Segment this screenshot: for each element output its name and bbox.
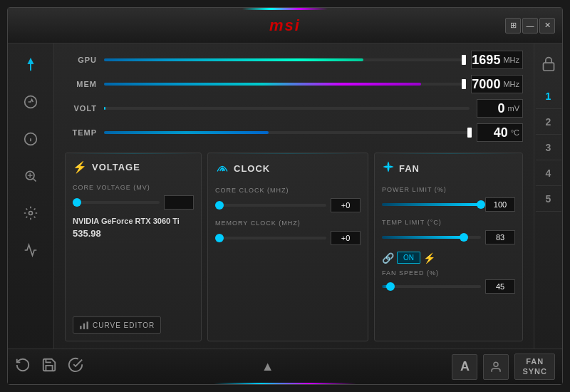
user-profile-button[interactable] bbox=[483, 354, 509, 380]
lock-button[interactable] bbox=[536, 51, 561, 76]
fan-on-toggle[interactable]: ON bbox=[397, 252, 420, 264]
close-btn[interactable]: ✕ bbox=[539, 18, 555, 33]
memory-clock-label: MEMORY CLOCK (MHZ) bbox=[215, 220, 361, 227]
volt-slider-track bbox=[104, 107, 470, 110]
center-content: GPU 1695 MHz MEM bbox=[54, 43, 534, 349]
gpu-name: NVIDIA GeForce RTX 3060 Ti bbox=[73, 217, 194, 225]
fan-lightning-icon[interactable]: ⚡ bbox=[423, 252, 435, 264]
clock-icon bbox=[215, 160, 229, 177]
volt-slider-fill bbox=[104, 107, 105, 110]
sidebar-icon-overclock[interactable] bbox=[16, 51, 45, 79]
app-logo: msi bbox=[269, 16, 301, 35]
bottom-actions: A FAN SYNC bbox=[452, 354, 555, 379]
volt-label: VOLT bbox=[65, 104, 97, 113]
sidebar-icon-search[interactable] bbox=[16, 162, 45, 190]
core-voltage-thumb[interactable] bbox=[73, 198, 81, 207]
gpu-unit: MHz bbox=[503, 56, 519, 64]
save-icon[interactable] bbox=[41, 357, 57, 376]
svg-rect-12 bbox=[543, 63, 554, 71]
mem-label: MEM bbox=[65, 80, 97, 88]
memory-clock-thumb[interactable] bbox=[215, 234, 224, 242]
mem-slider-track bbox=[104, 83, 464, 86]
volt-value-box: 0 mV bbox=[477, 99, 523, 118]
clock-panel: CLOCK CORE CLOCK (MHZ) +0 MEMORY CLOCK (… bbox=[207, 153, 368, 341]
gpu-slider-track bbox=[104, 58, 464, 61]
curve-editor-label: CURVE EDITOR bbox=[93, 321, 155, 329]
curve-editor-button[interactable]: CURVE EDITOR bbox=[73, 316, 161, 334]
core-voltage-track[interactable] bbox=[73, 201, 160, 204]
main-content: GPU 1695 MHz MEM bbox=[8, 43, 562, 349]
profile-5-btn[interactable]: 5 bbox=[536, 186, 561, 212]
power-limit-label: POWER LIMIT (%) bbox=[382, 186, 515, 193]
voltage-icon: ⚡ bbox=[73, 160, 88, 174]
title-bar: msi ⊞ — ✕ bbox=[8, 8, 562, 43]
svg-point-13 bbox=[494, 362, 498, 366]
fan-speed-value: 45 bbox=[485, 279, 515, 294]
gpu-value: 1695 bbox=[472, 53, 500, 68]
mem-slider-fill bbox=[104, 83, 421, 86]
window-controls: ⊞ — ✕ bbox=[505, 18, 555, 33]
gpu-slider-row: GPU 1695 MHz bbox=[65, 51, 523, 69]
fan-speed-thumb[interactable] bbox=[386, 282, 395, 291]
svg-point-5 bbox=[29, 212, 33, 215]
right-sidebar: 1 2 3 4 5 bbox=[534, 43, 562, 349]
minimize-btn[interactable]: — bbox=[522, 18, 538, 33]
fan-panel-title: FAN bbox=[382, 160, 515, 176]
link-icon[interactable]: 🔗 bbox=[382, 252, 394, 264]
svg-point-11 bbox=[388, 166, 390, 168]
profile-4-btn[interactable]: 4 bbox=[536, 160, 561, 186]
core-voltage-label: CORE VOLTAGE (MV) bbox=[73, 184, 194, 191]
temp-limit-track[interactable] bbox=[382, 236, 481, 239]
memory-clock-value: +0 bbox=[331, 231, 361, 245]
profile-2-btn[interactable]: 2 bbox=[536, 109, 561, 135]
core-clock-value: +0 bbox=[331, 198, 361, 212]
sidebar-icon-info[interactable] bbox=[16, 125, 45, 153]
mem-value: 7000 bbox=[472, 77, 500, 92]
fan-sync-button[interactable]: FAN SYNC bbox=[514, 354, 555, 379]
windows-btn[interactable]: ⊞ bbox=[505, 18, 521, 33]
reset-icon[interactable] bbox=[15, 357, 31, 376]
temp-limit-value: 83 bbox=[485, 230, 515, 244]
text-a-button[interactable]: A bbox=[452, 354, 477, 380]
power-limit-value: 100 bbox=[485, 197, 515, 212]
temp-slider-container[interactable] bbox=[104, 128, 470, 137]
power-limit-track[interactable] bbox=[382, 203, 481, 206]
temp-limit-label: TEMP LIMIT (°C) bbox=[382, 219, 515, 226]
temp-slider-fill bbox=[104, 131, 269, 134]
temp-slider-thumb[interactable] bbox=[467, 128, 472, 138]
sidebar-icon-monitor[interactable] bbox=[16, 236, 45, 264]
fan-panel: FAN POWER LIMIT (%) 100 TEMP LIMIT (°C) bbox=[374, 153, 523, 341]
mem-slider-container[interactable] bbox=[104, 80, 464, 88]
fan-speed-track[interactable] bbox=[382, 285, 481, 288]
temp-value: 40 bbox=[494, 125, 508, 140]
temp-value-box: 40 °C bbox=[477, 123, 523, 142]
voltage-panel-title: ⚡ VOLTAGE bbox=[73, 160, 194, 174]
title-accent bbox=[242, 8, 328, 10]
apply-icon[interactable] bbox=[68, 357, 83, 376]
gpu-slider-thumb[interactable] bbox=[462, 55, 466, 65]
voltage-title-label: VOLTAGE bbox=[92, 162, 140, 172]
gpu-label: GPU bbox=[65, 56, 97, 64]
sidebar-icon-settings[interactable] bbox=[16, 199, 45, 227]
temp-unit: °C bbox=[511, 128, 519, 137]
profile-3-btn[interactable]: 3 bbox=[536, 135, 561, 160]
bottom-accent bbox=[214, 383, 356, 384]
app-window: msi ⊞ — ✕ bbox=[7, 7, 563, 385]
gpu-driver-value: 535.98 bbox=[73, 228, 194, 239]
core-clock-track[interactable] bbox=[215, 204, 326, 207]
bottom-bar: ▲ A FAN SYNC bbox=[8, 349, 562, 384]
up-arrow-icon[interactable]: ▲ bbox=[261, 359, 274, 374]
power-limit-slider-row: 100 bbox=[382, 197, 515, 212]
temp-limit-thumb[interactable] bbox=[460, 233, 468, 242]
power-limit-thumb[interactable] bbox=[477, 200, 485, 209]
sidebar-icon-koroush[interactable] bbox=[16, 88, 45, 116]
mem-unit: MHz bbox=[503, 80, 519, 88]
volt-slider-container[interactable] bbox=[104, 104, 470, 113]
core-clock-thumb[interactable] bbox=[215, 201, 224, 210]
memory-clock-track[interactable] bbox=[215, 237, 326, 239]
fan-icon bbox=[382, 160, 395, 176]
gpu-slider-container[interactable] bbox=[104, 56, 464, 64]
profile-1-btn[interactable]: 1 bbox=[536, 83, 561, 109]
mem-slider-thumb[interactable] bbox=[462, 79, 466, 89]
gpu-slider-fill bbox=[104, 58, 363, 61]
